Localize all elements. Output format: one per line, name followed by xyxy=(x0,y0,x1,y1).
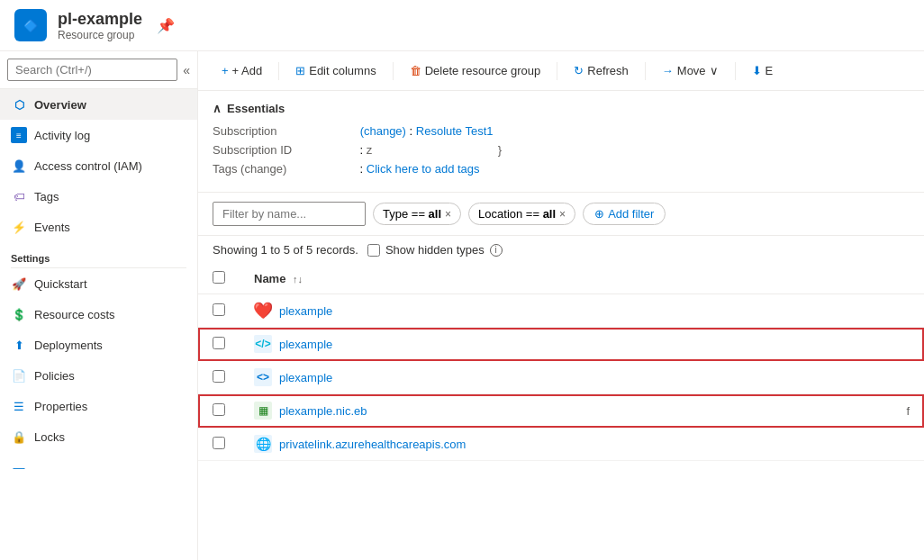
sort-arrows-icon[interactable]: ↑↓ xyxy=(293,274,303,285)
sidebar-item-properties[interactable]: ☰ Properties xyxy=(0,391,197,421)
row5-name-link[interactable]: 🌐 privatelink.azurehealthcareapis.com xyxy=(254,435,910,453)
sidebar-label-policies: Policies xyxy=(34,369,75,383)
select-all-checkbox[interactable] xyxy=(213,271,225,284)
divider-2 xyxy=(393,62,394,80)
refresh-icon: ↻ xyxy=(574,64,584,77)
subscription-id-label: Subscription ID xyxy=(213,143,357,157)
essentials-title: Essentials xyxy=(227,102,285,115)
sidebar-item-iam[interactable]: 👤 Access control (IAM) xyxy=(0,150,197,181)
resource-table: Name ↑↓ ❤️ plexample xyxy=(198,264,924,461)
table-header-name: Name ↑↓ xyxy=(240,264,924,294)
essentials-collapse-icon[interactable]: ∧ xyxy=(213,102,222,115)
row2-name: plexample xyxy=(279,338,332,351)
row2-checkbox-cell xyxy=(198,328,240,361)
sidebar-label-quickstart: Quickstart xyxy=(34,277,87,291)
delete-icon: 🗑 xyxy=(410,64,421,77)
table-header-checkbox-cell xyxy=(198,264,240,294)
refresh-button[interactable]: ↻ Refresh xyxy=(565,59,638,83)
row2-name-link[interactable]: </> plexample xyxy=(254,335,910,353)
activity-log-icon: ≡ xyxy=(11,127,27,143)
collapse-icon[interactable]: « xyxy=(183,63,190,77)
table-row: ❤️ plexample xyxy=(198,294,924,328)
sidebar-label-tags: Tags xyxy=(34,190,59,203)
row2-name-cell: </> plexample xyxy=(240,328,924,361)
toolbar: + + Add ⊞ Edit columns 🗑 Delete resource… xyxy=(198,51,924,91)
filters-bar: Type == all × Location == all × ⊕ Add fi… xyxy=(198,193,924,236)
settings-section-label: Settings xyxy=(0,242,197,267)
table-row: </> plexample xyxy=(198,328,924,361)
iam-icon: 👤 xyxy=(11,158,27,174)
row3-checkbox[interactable] xyxy=(213,370,225,383)
sidebar-label-iam: Access control (IAM) xyxy=(34,159,142,173)
pin-icon[interactable]: 📌 xyxy=(157,17,175,34)
row5-checkbox-cell xyxy=(198,428,240,461)
show-hidden-label: Show hidden types xyxy=(385,243,485,257)
costs-icon: 💲 xyxy=(11,306,27,322)
subscription-id-colon: : xyxy=(357,143,367,157)
content-area: + + Add ⊞ Edit columns 🗑 Delete resource… xyxy=(198,51,924,560)
row4-name-link[interactable]: ▦ plexample.nic.eb xyxy=(254,402,367,420)
table-row: <> plexample xyxy=(198,361,924,394)
location-filter-close-icon[interactable]: × xyxy=(559,208,566,221)
sidebar-item-locks[interactable]: 🔒 Locks xyxy=(0,421,197,452)
sidebar-item-more[interactable]: — xyxy=(0,452,197,483)
filter-by-name-input[interactable] xyxy=(213,202,366,226)
table-row: 🌐 privatelink.azurehealthcareapis.com xyxy=(198,428,924,461)
refresh-label: Refresh xyxy=(587,64,629,77)
row5-checkbox[interactable] xyxy=(213,437,225,449)
subscription-change-link[interactable]: (change) xyxy=(360,124,406,138)
edit-columns-icon: ⊞ xyxy=(295,64,305,77)
resource-group-name: pl-example xyxy=(58,10,142,29)
row3-name-link[interactable]: <> plexample xyxy=(254,368,910,386)
sidebar-item-events[interactable]: ⚡ Events xyxy=(0,212,197,242)
sidebar-item-deployments[interactable]: ⬆ Deployments xyxy=(0,330,197,360)
sidebar-item-activity-log[interactable]: ≡ Activity log xyxy=(0,120,197,150)
resource-group-type: Resource group xyxy=(58,29,142,41)
records-bar: Showing 1 to 5 of 5 records. Show hidden… xyxy=(198,236,924,264)
sidebar-label-properties: Properties xyxy=(34,400,87,413)
policies-icon: 📄 xyxy=(11,367,27,384)
row4-checkbox[interactable] xyxy=(213,403,225,416)
move-label: Move xyxy=(677,64,706,77)
sidebar-item-overview[interactable]: ⬡ Overview xyxy=(0,89,197,120)
type-filter-tag[interactable]: Type == all × xyxy=(373,203,461,225)
show-hidden-container: Show hidden types i xyxy=(367,243,503,257)
tags-row: Tags (change) : Click here to add tags xyxy=(213,162,910,176)
export-button[interactable]: ⬇ E xyxy=(743,59,783,83)
move-button[interactable]: → Move ∨ xyxy=(653,59,728,83)
sidebar-item-tags[interactable]: 🏷 Tags xyxy=(0,181,197,212)
row4-name-cell: ▦ plexample.nic.eb f xyxy=(240,394,924,428)
row5-name: privatelink.azurehealthcareapis.com xyxy=(279,438,466,451)
row3-name: plexample xyxy=(279,371,332,384)
delete-label: Delete resource group xyxy=(425,64,541,77)
tags-label: Tags (change) xyxy=(213,162,357,176)
sidebar-item-quickstart[interactable]: 🚀 Quickstart xyxy=(0,268,197,299)
edit-columns-button[interactable]: ⊞ Edit columns xyxy=(286,59,385,83)
row2-checkbox[interactable] xyxy=(213,337,225,349)
row1-checkbox[interactable] xyxy=(213,303,225,316)
row4-name: plexample.nic.eb xyxy=(279,404,367,418)
subscription-value-link[interactable]: Resolute Test1 xyxy=(416,124,494,138)
sidebar-item-policies[interactable]: 📄 Policies xyxy=(0,360,197,391)
tags-add-link[interactable]: Click here to add tags xyxy=(367,162,480,176)
type-filter-close-icon[interactable]: × xyxy=(445,208,451,221)
table-row: ▦ plexample.nic.eb f xyxy=(198,394,924,428)
row1-icon: ❤️ xyxy=(254,302,272,320)
show-hidden-checkbox[interactable] xyxy=(367,244,380,257)
tags-colon: : xyxy=(357,162,367,176)
name-header-label: Name xyxy=(254,272,285,285)
add-button[interactable]: + + Add xyxy=(213,59,271,83)
add-filter-button[interactable]: ⊕ Add filter xyxy=(583,203,666,225)
row1-name-link[interactable]: ❤️ plexample xyxy=(254,302,910,320)
row5-icon: 🌐 xyxy=(254,435,272,453)
row1-checkbox-cell xyxy=(198,294,240,328)
row3-checkbox-cell xyxy=(198,361,240,394)
locks-icon: 🔒 xyxy=(11,429,27,445)
delete-button[interactable]: 🗑 Delete resource group xyxy=(401,59,550,83)
search-input[interactable] xyxy=(7,59,177,81)
divider-4 xyxy=(645,62,646,80)
location-filter-tag[interactable]: Location == all × xyxy=(468,203,575,225)
info-icon[interactable]: i xyxy=(490,244,503,257)
sidebar-item-resource-costs[interactable]: 💲 Resource costs xyxy=(0,299,197,330)
row4-checkbox-cell xyxy=(198,394,240,428)
